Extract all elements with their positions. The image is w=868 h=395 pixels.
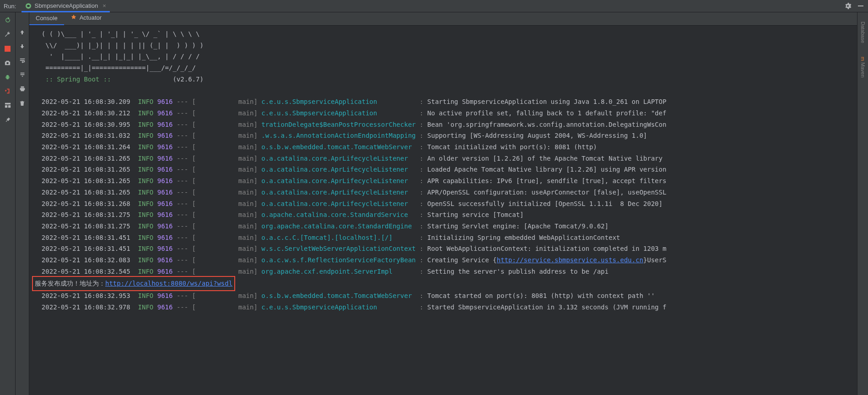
- rerun-icon[interactable]: [3, 15, 13, 25]
- spring-icon: [25, 3, 32, 9]
- exit-icon[interactable]: [3, 86, 13, 96]
- svg-rect-4: [5, 105, 7, 108]
- wrench-icon[interactable]: [3, 29, 13, 39]
- pin-icon[interactable]: [3, 114, 13, 124]
- print-icon[interactable]: [17, 84, 27, 94]
- console-tabbar: Console Actuator: [29, 12, 868, 26]
- settings-icon[interactable]: [842, 0, 853, 11]
- camera-icon[interactable]: [3, 58, 13, 68]
- trash-icon[interactable]: [17, 98, 27, 108]
- tab-console[interactable]: Console: [29, 12, 64, 25]
- console-output[interactable]: ( ( )\___ | '_ | '_| | '_ \/ _` | \ \ \ …: [29, 26, 868, 395]
- svg-rect-2: [5, 46, 11, 52]
- svg-rect-5: [8, 105, 10, 108]
- up-arrow-icon[interactable]: [17, 27, 27, 37]
- actuator-icon: [70, 14, 77, 22]
- console-toolbar: [16, 12, 29, 395]
- tab-label: Console: [36, 15, 58, 22]
- minimize-icon[interactable]: [855, 0, 866, 11]
- scroll-end-icon[interactable]: [17, 70, 27, 80]
- tab-label: Actuator: [80, 14, 102, 21]
- run-label: Run:: [4, 3, 16, 10]
- down-arrow-icon[interactable]: [17, 41, 27, 51]
- soft-wrap-icon[interactable]: [17, 55, 27, 65]
- run-tool-header: Run: SbmpserviceApplication ×: [0, 0, 868, 12]
- layout-icon[interactable]: [3, 100, 13, 110]
- stop-icon[interactable]: [3, 43, 13, 54]
- maven-tool-button[interactable]: m Maven: [860, 57, 866, 77]
- left-toolbar: [0, 12, 16, 395]
- run-config-name: SbmpserviceApplication: [34, 2, 98, 9]
- svg-rect-3: [5, 103, 10, 105]
- database-tool-button[interactable]: Database: [860, 22, 866, 43]
- right-tool-rail: Database m Maven: [857, 12, 868, 395]
- tab-actuator[interactable]: Actuator: [64, 11, 108, 25]
- svg-rect-1: [858, 5, 863, 6]
- close-icon[interactable]: ×: [102, 2, 106, 9]
- bug-icon[interactable]: [3, 72, 13, 82]
